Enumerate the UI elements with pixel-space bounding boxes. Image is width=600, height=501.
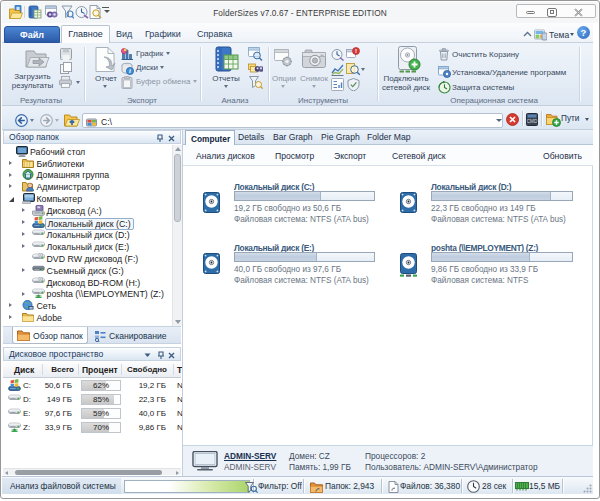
svg-text:CMD: CMD [527, 119, 538, 124]
svg-text:i: i [129, 67, 131, 74]
svg-text:!: ! [355, 48, 357, 54]
